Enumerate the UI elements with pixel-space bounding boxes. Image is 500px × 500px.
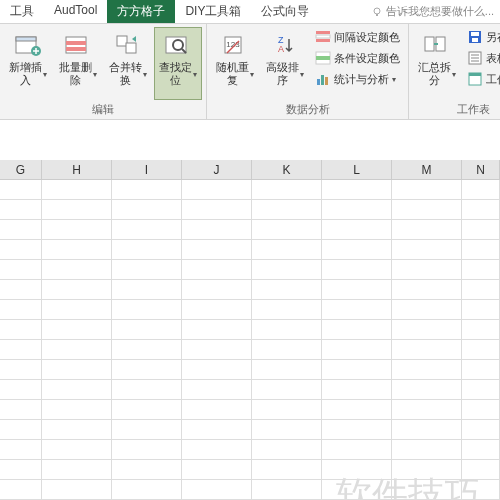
cell[interactable] xyxy=(252,240,322,259)
cell[interactable] xyxy=(112,400,182,419)
cell[interactable] xyxy=(112,260,182,279)
cell[interactable] xyxy=(42,440,112,459)
cell[interactable] xyxy=(462,460,500,479)
cell[interactable] xyxy=(462,440,500,459)
cell[interactable] xyxy=(252,200,322,219)
cell[interactable] xyxy=(182,400,252,419)
cell[interactable] xyxy=(42,420,112,439)
cell[interactable] xyxy=(462,420,500,439)
cell[interactable] xyxy=(182,340,252,359)
cell[interactable] xyxy=(322,260,392,279)
cell[interactable] xyxy=(392,340,462,359)
cell[interactable] xyxy=(252,480,322,499)
cell[interactable] xyxy=(392,420,462,439)
cell[interactable] xyxy=(112,240,182,259)
cell[interactable] xyxy=(182,380,252,399)
cell[interactable] xyxy=(42,340,112,359)
cell[interactable] xyxy=(182,300,252,319)
cell[interactable] xyxy=(182,360,252,379)
cell[interactable] xyxy=(0,180,42,199)
find-button[interactable]: 查找定 位▾ xyxy=(154,27,202,100)
cell[interactable] xyxy=(112,380,182,399)
cell[interactable] xyxy=(462,260,500,279)
cell[interactable] xyxy=(182,280,252,299)
cell[interactable] xyxy=(0,300,42,319)
cell[interactable] xyxy=(42,280,112,299)
cell[interactable] xyxy=(252,220,322,239)
cell[interactable] xyxy=(322,380,392,399)
column-header[interactable]: G xyxy=(0,160,42,179)
cell[interactable] xyxy=(252,280,322,299)
cell[interactable] xyxy=(322,220,392,239)
cell[interactable] xyxy=(42,260,112,279)
cell[interactable] xyxy=(42,240,112,259)
column-header[interactable]: H xyxy=(42,160,112,179)
cell[interactable] xyxy=(462,200,500,219)
cell[interactable] xyxy=(322,320,392,339)
cell[interactable] xyxy=(112,460,182,479)
cell[interactable] xyxy=(392,220,462,239)
cell[interactable] xyxy=(322,300,392,319)
interval-color-button[interactable]: 间隔设定颜色 xyxy=(311,27,404,47)
cell[interactable] xyxy=(42,220,112,239)
cell[interactable] xyxy=(322,280,392,299)
cell[interactable] xyxy=(322,340,392,359)
cell[interactable] xyxy=(392,200,462,219)
cell[interactable] xyxy=(182,440,252,459)
sort-button[interactable]: ZA 高级排 序▾ xyxy=(261,27,309,100)
cell[interactable] xyxy=(112,300,182,319)
cell[interactable] xyxy=(182,260,252,279)
cell[interactable] xyxy=(42,480,112,499)
cell[interactable] xyxy=(42,400,112,419)
cell[interactable] xyxy=(0,480,42,499)
cell[interactable] xyxy=(252,260,322,279)
column-header[interactable]: L xyxy=(322,160,392,179)
column-header[interactable]: N xyxy=(462,160,500,179)
cell[interactable] xyxy=(182,460,252,479)
tab-2[interactable]: 方方格子 xyxy=(107,0,175,23)
cell[interactable] xyxy=(462,320,500,339)
cell[interactable] xyxy=(252,320,322,339)
cell[interactable] xyxy=(252,440,322,459)
cell[interactable] xyxy=(182,320,252,339)
cell[interactable] xyxy=(392,240,462,259)
cell[interactable] xyxy=(392,400,462,419)
cell[interactable] xyxy=(0,400,42,419)
cell[interactable] xyxy=(322,440,392,459)
cell[interactable] xyxy=(462,300,500,319)
sheet-button[interactable]: 工作表 ▾ xyxy=(463,69,500,89)
cell[interactable] xyxy=(112,280,182,299)
cell[interactable] xyxy=(42,180,112,199)
cell[interactable] xyxy=(462,340,500,359)
cell[interactable] xyxy=(392,300,462,319)
cell[interactable] xyxy=(0,280,42,299)
tab-4[interactable]: 公式向导 xyxy=(251,0,319,23)
cell[interactable] xyxy=(182,240,252,259)
merge-button[interactable]: 合并转 换▾ xyxy=(104,27,152,100)
cell[interactable] xyxy=(462,360,500,379)
cell[interactable] xyxy=(182,200,252,219)
stats-button[interactable]: 统计与分析 ▾ xyxy=(311,69,404,89)
condition-color-button[interactable]: 条件设定颜色 xyxy=(311,48,404,68)
cell[interactable] xyxy=(42,320,112,339)
cell[interactable] xyxy=(392,460,462,479)
cell[interactable] xyxy=(42,460,112,479)
insert-button[interactable]: 新增插 入▾ xyxy=(4,27,52,100)
cell[interactable] xyxy=(0,200,42,219)
cell[interactable] xyxy=(392,360,462,379)
cell[interactable] xyxy=(182,180,252,199)
cell[interactable] xyxy=(322,360,392,379)
cell[interactable] xyxy=(0,320,42,339)
cell[interactable] xyxy=(392,280,462,299)
cell[interactable] xyxy=(42,300,112,319)
cell[interactable] xyxy=(392,480,462,499)
cell[interactable] xyxy=(112,320,182,339)
cell[interactable] xyxy=(392,380,462,399)
cell[interactable] xyxy=(462,380,500,399)
cell[interactable] xyxy=(252,420,322,439)
cell[interactable] xyxy=(42,380,112,399)
cell[interactable] xyxy=(182,220,252,239)
cell[interactable] xyxy=(462,240,500,259)
cell[interactable] xyxy=(392,440,462,459)
cell[interactable] xyxy=(322,480,392,499)
